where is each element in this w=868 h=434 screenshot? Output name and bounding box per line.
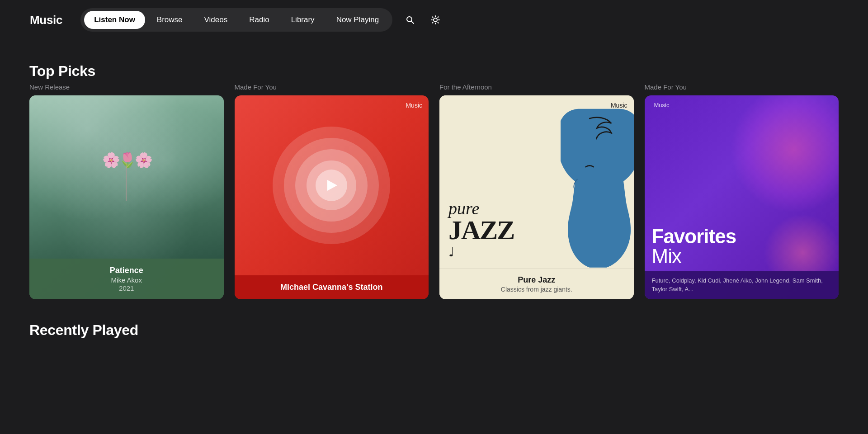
nav-listen-now[interactable]: Listen Now	[84, 11, 145, 29]
card-wrapper-jazz: For the Afternoon Music pure JAZZ ♩	[439, 83, 634, 299]
nav-icons	[401, 11, 444, 28]
card-subtitle-favorites: Made For You	[645, 83, 839, 91]
patience-info: Patience Mike Akox 2021	[29, 259, 224, 299]
favorites-artists: Future, Coldplay, Kid Cudi, Jhené Aiko, …	[652, 276, 832, 294]
card-subtitle-jazz: For the Afternoon	[439, 83, 634, 91]
play-triangle-icon	[327, 180, 337, 191]
play-button-circle[interactable]	[316, 170, 347, 201]
card-subtitle-station: Made For You	[235, 83, 429, 91]
card-wrapper-favorites: Made For You Music Favorites	[645, 83, 839, 299]
favorites-blob-1	[730, 95, 839, 213]
card-wrapper-patience: New Release 🌸🌷🌸 Patience Mike Akox 2021	[29, 83, 224, 299]
patience-image: 🌸🌷🌸	[29, 95, 224, 259]
header: Music Listen Now Browse Videos Radio Lib…	[0, 0, 868, 40]
jazz-name: Pure Jazz	[448, 275, 626, 285]
nav-browse[interactable]: Browse	[147, 11, 193, 29]
svg-point-2	[434, 18, 437, 22]
nav-videos[interactable]: Videos	[194, 11, 238, 29]
card-jazz[interactable]: Music pure JAZZ ♩	[439, 95, 634, 299]
jazz-head-svg	[561, 104, 633, 269]
favorites-apple-badge: Music	[652, 102, 670, 108]
jazz-description: Classics from jazz giants.	[448, 286, 626, 293]
card-subtitle-patience: New Release	[29, 83, 224, 91]
cards-row: New Release 🌸🌷🌸 Patience Mike Akox 2021	[29, 83, 839, 299]
nav-radio[interactable]: Radio	[239, 11, 279, 29]
main-nav: Listen Now Browse Videos Radio Library N…	[80, 8, 392, 32]
bouquet-stem	[126, 165, 127, 201]
card-station[interactable]: Music Michael Cavann	[235, 95, 429, 299]
card-favorites[interactable]: Music Favorites Mix Future, Coldplay, Ki…	[645, 95, 839, 299]
nav-now-playing[interactable]: Now Playing	[326, 11, 389, 29]
favorites-title-area: Favorites Mix	[652, 226, 736, 266]
patience-artist: Mike Akox	[38, 276, 216, 284]
recently-played-section: Recently Played	[29, 322, 839, 339]
jazz-apple-badge: Music	[609, 102, 627, 109]
settings-button[interactable]	[427, 11, 444, 28]
station-image: Music	[235, 95, 429, 275]
card-wrapper-station: Made For You Music	[235, 83, 429, 299]
recently-played-title: Recently Played	[29, 322, 839, 339]
circles-container	[273, 127, 390, 244]
station-apple-badge: Music	[404, 102, 422, 109]
main-content: Top Picks New Release 🌸🌷🌸 Patience	[0, 40, 868, 357]
jazz-music-label: Music	[611, 102, 627, 109]
favorites-info: Future, Coldplay, Kid Cudi, Jhené Aiko, …	[645, 271, 839, 299]
station-info: Michael Cavanna's Station	[235, 275, 429, 299]
top-picks-section: Top Picks New Release 🌸🌷🌸 Patience	[29, 63, 839, 299]
settings-icon	[430, 15, 440, 25]
logo-area: Music	[27, 13, 62, 27]
favorites-title-bold: Favorites Mix	[652, 226, 736, 266]
favorites-music-label: Music	[654, 102, 670, 108]
patience-year: 2021	[38, 284, 216, 292]
bouquet: 🌸🌷🌸	[102, 153, 151, 201]
jazz-image: Music pure JAZZ ♩	[439, 95, 634, 269]
patience-name: Patience	[38, 266, 216, 275]
search-icon	[406, 15, 415, 24]
station-music-label: Music	[406, 102, 422, 109]
favorites-image: Music Favorites Mix	[645, 95, 839, 271]
nav-library[interactable]: Library	[281, 11, 325, 29]
favorites-blob-2	[757, 208, 839, 271]
station-name: Michael Cavanna's Station	[243, 283, 421, 292]
music-label: Music	[30, 13, 62, 27]
jazz-info: Pure Jazz Classics from jazz giants.	[439, 269, 634, 299]
top-picks-title: Top Picks	[29, 63, 839, 80]
search-button[interactable]	[401, 11, 419, 28]
svg-line-1	[411, 21, 414, 24]
card-patience[interactable]: 🌸🌷🌸 Patience Mike Akox 2021	[29, 95, 224, 299]
